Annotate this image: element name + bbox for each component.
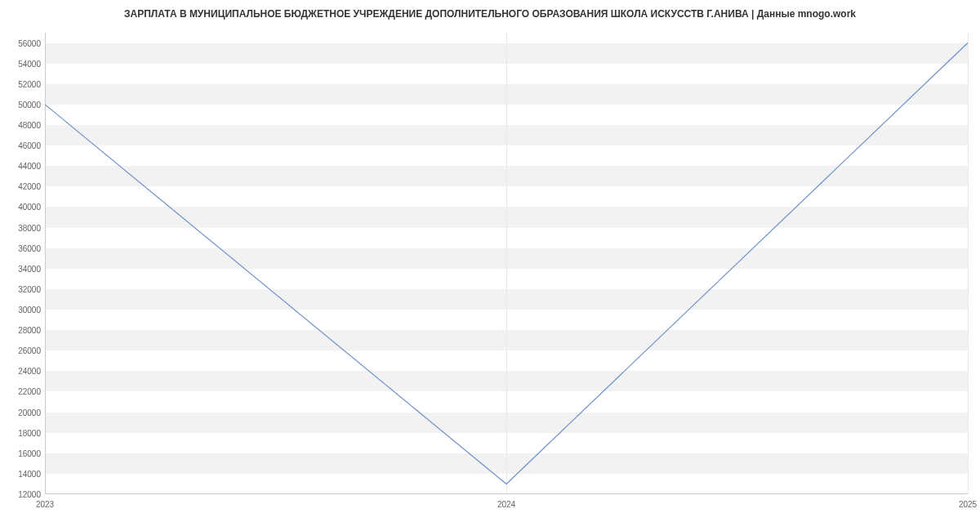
y-tick-label: 12000	[4, 490, 41, 499]
y-tick-label: 46000	[4, 141, 41, 150]
y-tick-label: 56000	[4, 38, 41, 47]
y-tick-label: 32000	[4, 284, 41, 293]
line-layer	[45, 33, 968, 494]
y-tick-label: 20000	[4, 408, 41, 417]
y-tick-label: 30000	[4, 306, 41, 315]
y-tick-label: 42000	[4, 182, 41, 191]
y-tick-label: 16000	[4, 448, 41, 457]
y-tick-label: 24000	[4, 367, 41, 376]
x-tick-label: 2023	[36, 500, 54, 509]
series-line	[45, 43, 968, 484]
y-tick-label: 50000	[4, 100, 41, 109]
y-tick-label: 34000	[4, 264, 41, 273]
chart-title: ЗАРПЛАТА В МУНИЦИПАЛЬНОЕ БЮДЖЕТНОЕ УЧРЕЖ…	[0, 8, 980, 20]
y-tick-label: 54000	[4, 59, 41, 68]
y-tick-label: 40000	[4, 203, 41, 212]
y-tick-label: 36000	[4, 243, 41, 252]
y-tick-label: 14000	[4, 469, 41, 478]
y-tick-label: 22000	[4, 387, 41, 396]
y-tick-label: 38000	[4, 223, 41, 232]
y-tick-label: 26000	[4, 346, 41, 355]
y-tick-label: 52000	[4, 79, 41, 88]
x-tick-label: 2025	[959, 500, 977, 509]
y-tick-label: 44000	[4, 162, 41, 171]
y-tick-label: 28000	[4, 326, 41, 335]
plot-area	[45, 33, 968, 494]
x-tick-label: 2024	[497, 500, 515, 509]
y-tick-label: 48000	[4, 121, 41, 130]
grid-line-vertical	[968, 33, 969, 494]
y-tick-label: 18000	[4, 428, 41, 437]
